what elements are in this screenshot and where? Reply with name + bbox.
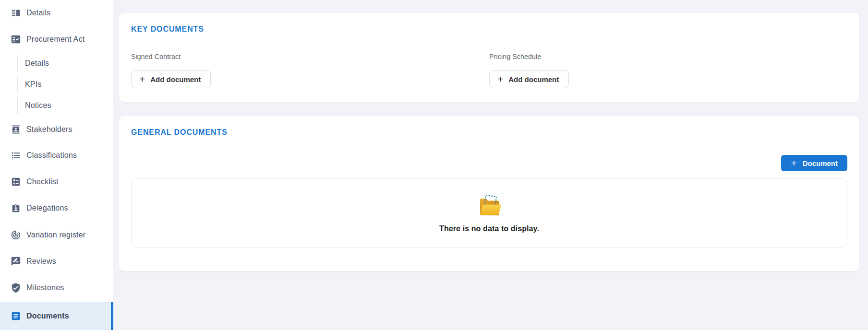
- document-icon: [11, 311, 21, 321]
- sidebar-item-delegations[interactable]: Delegations: [0, 199, 113, 218]
- general-documents-title: GENERAL DOCUMENTS: [131, 128, 847, 137]
- sidebar-item-label: KPIs: [25, 80, 42, 89]
- key-documents-slots: Signed Contract + Add document Pricing S…: [131, 52, 847, 88]
- key-documents-title: KEY DOCUMENTS: [131, 24, 847, 34]
- sidebar-subitem-notices[interactable]: Notices: [0, 95, 113, 116]
- sidebar-item-documents[interactable]: Documents: [0, 302, 113, 330]
- empty-state-panel: There is no data to display.: [131, 178, 847, 248]
- empty-folder-icon: [476, 193, 502, 219]
- track-changes-icon: [11, 230, 21, 240]
- sidebar-item-variation-register[interactable]: Variation register: [0, 225, 113, 245]
- sidebar-item-procurement-act[interactable]: Procurement Act: [0, 30, 113, 49]
- sidebar-item-label: Documents: [26, 312, 69, 320]
- sidebar-item-stakeholders[interactable]: Stakeholders: [0, 120, 113, 139]
- sidebar-item-label: Procurement Act: [26, 35, 84, 44]
- plus-icon: +: [139, 74, 145, 84]
- sidebar-item-classifications[interactable]: Classifications: [0, 146, 113, 165]
- contact-card-icon: [11, 124, 21, 135]
- signed-contract-slot: Signed Contract + Add document: [131, 52, 489, 88]
- general-documents-card: GENERAL DOCUMENTS + Document There is: [119, 116, 859, 271]
- sidebar-subitem-details[interactable]: Details: [0, 53, 113, 74]
- badge-icon: [11, 203, 21, 213]
- document-button-label: Document: [803, 159, 838, 167]
- sidebar-item-label: Notices: [25, 101, 51, 110]
- sidebar-item-label: Delegations: [26, 204, 68, 212]
- add-document-button-label: Add document: [150, 75, 201, 83]
- sidebar-item-label: Milestones: [26, 283, 64, 292]
- sidebar-item-milestones[interactable]: Milestones: [0, 278, 113, 297]
- sidebar-subitem-kpis[interactable]: KPIs: [0, 74, 113, 95]
- sidebar-item-reviews[interactable]: Reviews: [0, 252, 113, 271]
- add-pricing-schedule-button[interactable]: + Add document: [489, 70, 569, 88]
- ballot-icon: [11, 177, 21, 187]
- add-signed-contract-button[interactable]: + Add document: [131, 70, 211, 88]
- sidebar-item-label: Classifications: [26, 151, 77, 160]
- plus-icon: +: [791, 158, 796, 168]
- add-general-document-button[interactable]: + Document: [781, 155, 847, 171]
- shield-check-icon: [11, 283, 21, 293]
- sidebar-item-label: Stakeholders: [26, 125, 72, 134]
- key-documents-card: KEY DOCUMENTS Signed Contract + Add docu…: [119, 13, 859, 102]
- sidebar: Details Procurement Act Details KPIs Not…: [0, 0, 113, 330]
- plus-icon: +: [497, 74, 503, 84]
- sidebar-item-label: Details: [25, 59, 49, 68]
- sidebar-item-label: Variation register: [26, 231, 85, 239]
- fact-check-icon: [11, 34, 21, 45]
- empty-state-message: There is no data to display.: [439, 224, 539, 233]
- rate-review-icon: [11, 256, 21, 267]
- sidebar-item-label: Details: [26, 9, 50, 17]
- pricing-schedule-slot: Pricing Schedule + Add document: [489, 52, 847, 88]
- sidebar-item-checklist[interactable]: Checklist: [0, 172, 113, 191]
- signed-contract-label: Signed Contract: [131, 52, 489, 61]
- sidebar-item-label: Reviews: [26, 257, 56, 266]
- sidebar-item-label: Checklist: [26, 177, 59, 186]
- sidebar-item-details[interactable]: Details: [0, 3, 113, 23]
- pricing-schedule-label: Pricing Schedule: [489, 52, 847, 61]
- list-icon: [11, 150, 21, 161]
- vertical-split-icon: [11, 8, 21, 18]
- add-document-button-label: Add document: [508, 75, 559, 83]
